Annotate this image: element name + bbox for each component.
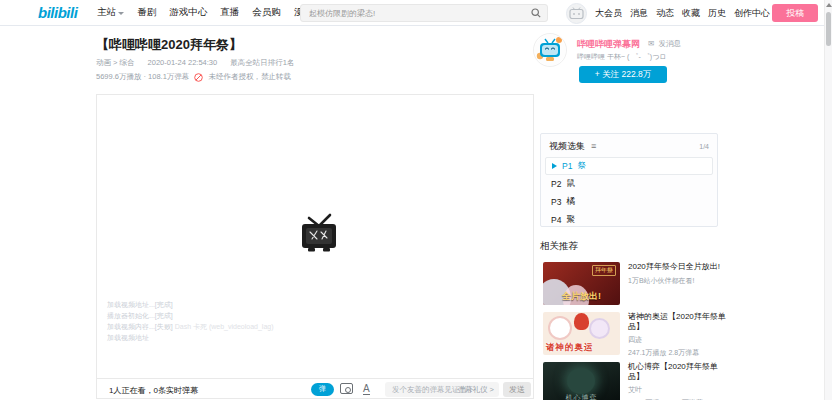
danmaku-send-button[interactable]: 发送 <box>503 382 531 397</box>
danmaku-settings-icon[interactable] <box>340 383 353 394</box>
play-danmaku-stats: 5699.6万播放 · 108.1万弹幕 <box>96 72 189 82</box>
related-uploader-3[interactable]: 艾叶 <box>628 385 733 395</box>
uploader-avatar[interactable] <box>533 33 567 67</box>
uploader-signature: 哔哩哔哩 干杯~ ( ゜- ゜)つロ <box>577 52 667 62</box>
related-thumbnail-1[interactable]: 拜年祭 全片放出! <box>543 262 620 305</box>
log-line: 加载视频内容...[失败] Dash 卡死 (web_videoload_lag… <box>107 321 274 332</box>
play-icon <box>552 163 557 169</box>
nav-item-favorites[interactable]: 收藏 <box>682 7 700 20</box>
user-area: 大会员 消息 动态 收藏 历史 创作中心 <box>566 2 770 24</box>
danmaku-toolbar: 1人正在看，0条实时弹幕 弹 A 弹幕礼仪 > 发送 <box>96 378 534 399</box>
nav-item-creator-center[interactable]: 创作中心 <box>734 7 770 20</box>
rank-text: 最高全站日排行1名 <box>230 58 294 68</box>
video-meta-row: 动画 > 综合 2020-01-24 22:54:30 最高全站日排行1名 <box>96 58 294 68</box>
related-title-1[interactable]: 2020拜年祭今日全片放出! <box>628 262 733 272</box>
playlist-page-indicator: 1/4 <box>699 143 709 150</box>
danmaku-style-icon[interactable]: A <box>363 383 370 395</box>
thumb-caption-text: 诸神的奥运 <box>546 342 594 354</box>
playlist-item-p4[interactable]: P4 聚 <box>541 211 717 229</box>
breadcrumb[interactable]: 动画 > 综合 <box>96 58 135 68</box>
scroll-up-arrow-icon[interactable] <box>826 3 832 7</box>
player-load-log: 加载视频地址...[完成] 播放器初始化...[完成] 加载视频内容...[失败… <box>107 299 274 343</box>
related-thumbnail-3[interactable]: 机心博弈 <box>543 362 620 400</box>
related-card-1[interactable]: 拜年祭 全片放出! 2020拜年祭今日全片放出! 1万B站小伙伴都在看! <box>543 262 733 305</box>
search-input[interactable] <box>301 9 525 18</box>
video-player[interactable]: 加载视频地址...[完成] 播放器初始化...[完成] 加载视频内容...[失败… <box>96 94 534 378</box>
upload-button[interactable]: 投稿 <box>772 4 818 22</box>
danmaku-input-wrap: 弹幕礼仪 > <box>385 382 499 397</box>
nav-item-messages[interactable]: 消息 <box>630 7 648 20</box>
bilibili-video-page: bilibili 主站 番剧 游戏中心 直播 会员购 漫画 赛事 下载APP <box>0 0 832 400</box>
bilibili-logo[interactable]: bilibili <box>38 4 77 21</box>
send-message-link[interactable]: ✉ 发消息 <box>648 39 681 49</box>
danmaku-etiquette-link[interactable]: 弹幕礼仪 > <box>458 385 494 395</box>
related-card-3[interactable]: 机心博弈 机心博弈【2020拜年祭单品】 艾叶 202.2万播放 18.3万弹幕 <box>543 362 733 400</box>
nav-item-history[interactable]: 历史 <box>708 7 726 20</box>
thumb-art <box>589 318 610 339</box>
related-card-2[interactable]: 诸神的奥运 诸神的奥运【2020拜年祭单品】 四迹 247.1万播放 2.8万弹… <box>543 312 733 358</box>
related-subtitle-1: 1万B站小伙伴都在看! <box>628 276 733 286</box>
chevron-down-icon <box>118 12 124 15</box>
nav-item-shop[interactable]: 会员购 <box>252 6 281 19</box>
related-title-2[interactable]: 诸神的奥运【2020拜年祭单品】 <box>628 312 733 332</box>
nav-item-home[interactable]: 主站 <box>97 6 124 19</box>
thumb-art <box>567 368 595 394</box>
nav-item-live[interactable]: 直播 <box>220 6 239 19</box>
search-icon[interactable] <box>525 5 547 21</box>
copyright-text: 未经作者授权，禁止转载 <box>208 72 291 82</box>
playlist-panel: 视频选集 ≡ 1/4 P1 祭 P2 鼠 P3 橘 P4 聚 <box>540 133 718 227</box>
nav-item-vip[interactable]: 大会员 <box>595 7 622 20</box>
watching-count: 1人正在看，0条实时弹幕 <box>109 385 198 396</box>
playlist-title: 视频选集 <box>549 140 585 153</box>
nav-item-game-center[interactable]: 游戏中心 <box>169 6 207 19</box>
related-thumbnail-2[interactable]: 诸神的奥运 <box>543 312 620 355</box>
scrollbar-thumb[interactable] <box>826 12 831 46</box>
publish-time: 2020-01-24 22:54:30 <box>148 58 218 68</box>
nav-item-feed[interactable]: 动态 <box>656 7 674 20</box>
list-view-icon[interactable]: ≡ <box>591 142 596 151</box>
playlist-item-p2[interactable]: P2 鼠 <box>541 175 717 193</box>
thumb-caption-text: 全片放出! <box>543 290 620 303</box>
playlist-item-p1[interactable]: P1 祭 <box>545 157 713 175</box>
log-line: 加载视频地址...[完成] <box>107 299 274 310</box>
danmaku-toggle[interactable]: 弹 <box>311 383 334 396</box>
top-navbar: bilibili 主站 番剧 游戏中心 直播 会员购 漫画 赛事 下载APP <box>0 0 832 26</box>
related-uploader-2[interactable]: 四迹 <box>628 335 733 345</box>
uploader-name[interactable]: 哔哩哔哩弹幕网 <box>577 38 640 51</box>
log-line: 加载视频地址 <box>107 332 274 343</box>
thumb-art <box>548 316 572 340</box>
thumb-badge-text: 拜年祭 <box>592 265 616 276</box>
related-section-title: 相关推荐 <box>540 240 578 253</box>
page-scrollbar <box>824 0 832 400</box>
log-line: 播放器初始化...[完成] <box>107 310 274 321</box>
no-reprint-icon <box>194 73 203 82</box>
follow-button[interactable]: + 关注 222.8万 <box>579 66 667 83</box>
playlist-item-p3[interactable]: P3 橘 <box>541 193 717 211</box>
video-title: 【哔哩哔哩2020拜年祭】 <box>96 36 242 54</box>
thumb-art <box>574 313 589 330</box>
user-avatar[interactable] <box>566 3 587 24</box>
broken-tv-icon <box>296 212 342 258</box>
thumb-caption-text: 机心博弈 <box>543 393 620 400</box>
related-title-3[interactable]: 机心博弈【2020拜年祭单品】 <box>628 362 733 382</box>
nav-item-bangumi[interactable]: 番剧 <box>137 6 156 19</box>
search-box <box>300 4 548 22</box>
related-stats-2: 247.1万播放 2.8万弹幕 <box>628 348 733 358</box>
video-stats-row: 5699.6万播放 · 108.1万弹幕 未经作者授权，禁止转载 <box>96 72 291 82</box>
playlist-header: 视频选集 ≡ 1/4 <box>541 134 717 157</box>
envelope-icon: ✉ <box>648 39 654 48</box>
